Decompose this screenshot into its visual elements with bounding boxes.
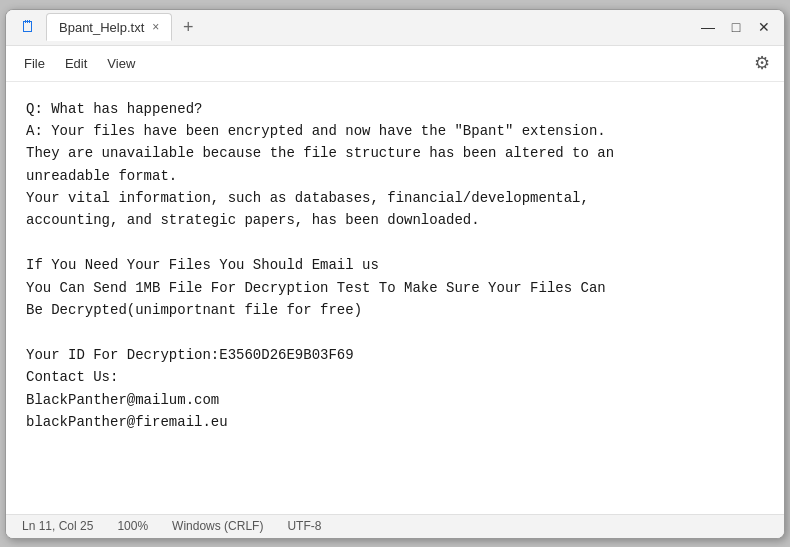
editor-content-line9: You Can Send 1MB File For Decryption Tes…	[26, 280, 606, 296]
editor-content-line10: Be Decrypted(unimportnant file for free)	[26, 302, 362, 318]
statusbar: Ln 11, Col 25 100% Windows (CRLF) UTF-8	[6, 514, 784, 538]
tab-label: Bpant_Help.txt	[59, 20, 144, 35]
active-tab[interactable]: Bpant_Help.txt ×	[46, 13, 172, 41]
editor-content-line2: A: Your files have been encrypted and no…	[26, 123, 606, 139]
editor-content-line12: Your ID For Decryption:E3560D26E9B03F69	[26, 347, 354, 363]
tab-close-button[interactable]: ×	[152, 20, 159, 34]
editor-content-line5: Your vital information, such as database…	[26, 190, 589, 206]
menubar: File Edit View ⚙	[6, 46, 784, 82]
new-tab-button[interactable]: +	[174, 13, 202, 41]
encoding: UTF-8	[287, 519, 321, 533]
edit-menu[interactable]: Edit	[55, 52, 97, 75]
editor-content-line13: Contact Us:	[26, 369, 118, 385]
titlebar: 🗒 Bpant_Help.txt × + — □ ✕	[6, 10, 784, 46]
notepad-window: 🗒 Bpant_Help.txt × + — □ ✕ File Edit Vie…	[5, 9, 785, 539]
window-controls: — □ ✕	[700, 19, 772, 35]
editor-content-line15: blackPanther@firemail.eu	[26, 414, 228, 430]
file-menu[interactable]: File	[14, 52, 55, 75]
cursor-position: Ln 11, Col 25	[22, 519, 93, 533]
editor-content-line8: If You Need Your Files You Should Email …	[26, 257, 379, 273]
text-editor[interactable]: Q: What has happened? A: Your files have…	[6, 82, 784, 514]
minimize-button[interactable]: —	[700, 19, 716, 35]
zoom-level: 100%	[117, 519, 148, 533]
editor-content-line4: unreadable format.	[26, 168, 177, 184]
editor-content-line1: Q: What has happened?	[26, 101, 202, 117]
close-button[interactable]: ✕	[756, 19, 772, 35]
app-icon: 🗒	[18, 17, 38, 37]
maximize-button[interactable]: □	[728, 19, 744, 35]
editor-content-line3: They are unavailable because the file st…	[26, 145, 614, 161]
editor-content-line14: BlackPanther@mailum.com	[26, 392, 219, 408]
settings-icon[interactable]: ⚙	[748, 49, 776, 77]
view-menu[interactable]: View	[97, 52, 145, 75]
editor-content-line6: accounting, and strategic papers, has be…	[26, 212, 480, 228]
line-ending: Windows (CRLF)	[172, 519, 263, 533]
